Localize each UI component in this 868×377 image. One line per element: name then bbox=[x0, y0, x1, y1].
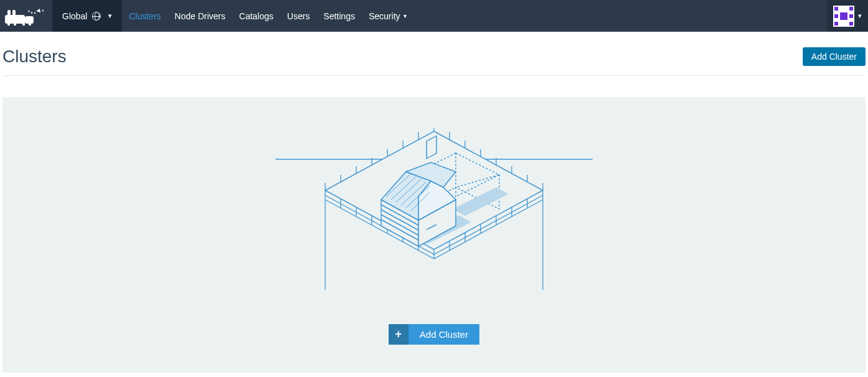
svg-rect-17 bbox=[849, 22, 853, 26]
user-menu[interactable]: ▾ bbox=[827, 0, 868, 32]
nav-item-label: Users bbox=[287, 11, 310, 21]
nav-item-label: Node Drivers bbox=[175, 11, 226, 21]
svg-rect-19 bbox=[849, 14, 853, 18]
scope-label: Global bbox=[62, 11, 87, 21]
nav-item-label: Settings bbox=[323, 11, 355, 21]
rancher-cow-logo-icon bbox=[4, 6, 45, 26]
svg-rect-0 bbox=[5, 15, 25, 24]
plus-icon: + bbox=[389, 324, 409, 345]
globe-icon bbox=[92, 12, 101, 21]
svg-point-4 bbox=[28, 10, 29, 11]
svg-point-6 bbox=[34, 12, 35, 13]
nav-catalogs[interactable]: Catalogs bbox=[233, 0, 280, 32]
add-cluster-cta[interactable]: + Add Cluster bbox=[389, 324, 479, 345]
empty-state-panel: + Add Cluster bbox=[2, 97, 866, 373]
nav-users[interactable]: Users bbox=[280, 0, 317, 32]
chevron-down-icon: ▾ bbox=[858, 12, 862, 20]
nav-item-label: Catalogs bbox=[239, 11, 274, 21]
empty-state-illustration bbox=[275, 128, 593, 290]
chevron-down-icon: ▾ bbox=[404, 12, 407, 19]
button-label: Add Cluster bbox=[811, 52, 857, 62]
button-label: Add Cluster bbox=[409, 324, 479, 345]
chevron-down-icon: ▾ bbox=[108, 12, 112, 20]
page-header: Clusters Add Cluster bbox=[2, 32, 866, 76]
avatar bbox=[833, 6, 854, 27]
page-title: Clusters bbox=[2, 47, 803, 67]
svg-rect-3 bbox=[12, 10, 16, 16]
svg-rect-18 bbox=[834, 14, 838, 18]
brand-logo[interactable] bbox=[1, 0, 52, 32]
nav-item-label: Clusters bbox=[129, 11, 160, 21]
nav-settings[interactable]: Settings bbox=[316, 0, 362, 32]
svg-rect-10 bbox=[29, 22, 31, 26]
svg-point-11 bbox=[42, 10, 44, 11]
nav-item-label: Security bbox=[369, 11, 400, 21]
svg-rect-9 bbox=[22, 22, 25, 26]
svg-rect-7 bbox=[7, 22, 10, 26]
svg-rect-13 bbox=[834, 7, 838, 11]
svg-rect-15 bbox=[840, 12, 847, 20]
svg-rect-16 bbox=[834, 22, 838, 26]
add-cluster-button[interactable]: Add Cluster bbox=[803, 47, 866, 66]
nav-clusters[interactable]: Clusters bbox=[122, 0, 167, 32]
nav-security[interactable]: Security ▾ bbox=[362, 0, 413, 32]
scope-dropdown[interactable]: Global ▾ bbox=[52, 0, 122, 32]
top-nav-bar: Global ▾ Clusters Node Drivers Catalogs … bbox=[0, 0, 868, 32]
svg-rect-8 bbox=[14, 22, 16, 26]
svg-point-5 bbox=[31, 12, 32, 13]
svg-rect-2 bbox=[7, 10, 11, 16]
svg-rect-14 bbox=[849, 7, 853, 11]
nav-node-drivers[interactable]: Node Drivers bbox=[168, 0, 233, 32]
main-nav: Clusters Node Drivers Catalogs Users Set… bbox=[122, 0, 413, 32]
